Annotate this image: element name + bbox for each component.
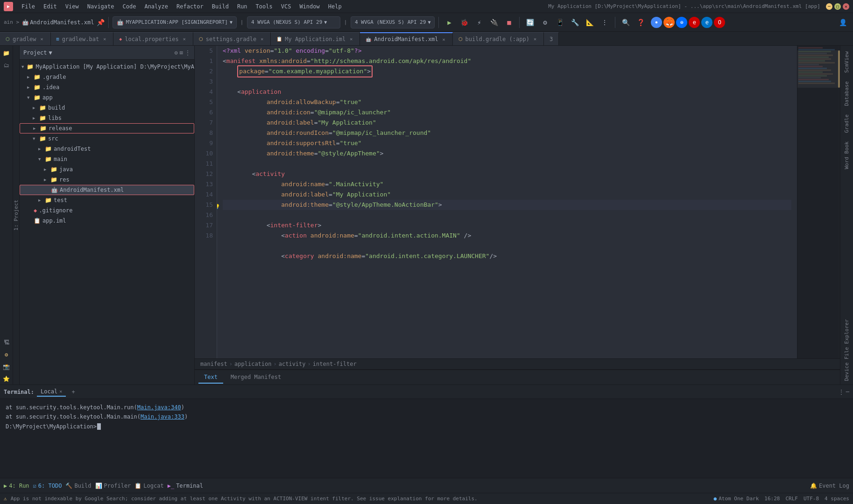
tab-bg-close[interactable]: ✕ [532, 36, 538, 42]
menu-build[interactable]: Build [208, 2, 233, 11]
tree-root[interactable]: ▼ 📁 MyApplication [My Application] D:\My… [20, 62, 194, 72]
bottom-tab-merged[interactable]: Merged Manifest [225, 371, 287, 384]
run-toolbar-logcat[interactable]: 📋 Logcat [134, 483, 163, 489]
breadcrumb-activity[interactable]: activity [279, 361, 306, 367]
tab-my-application-iml[interactable]: 📋 My Application.iml ✕ [271, 32, 360, 45]
tab-lp-close[interactable]: ✕ [182, 36, 187, 42]
menu-window[interactable]: Window [296, 2, 323, 11]
tab-more[interactable]: 3 [544, 32, 559, 45]
panel-device-explorer[interactable]: Device File Explorer [842, 315, 852, 385]
tab-gradlew-close[interactable]: ✕ [39, 36, 45, 42]
captures-icon[interactable]: 📸 [1, 361, 12, 372]
tab-build-gradle[interactable]: ⬡ build.gradle (:app) ✕ [453, 32, 544, 45]
terminal-local-close[interactable]: ✕ [59, 389, 62, 394]
tree-androidtest[interactable]: ▶ 📁 androidTest [20, 144, 194, 154]
minimize-button[interactable]: ─ [826, 3, 832, 10]
run-button[interactable]: ▶ [443, 16, 456, 29]
menu-navigate[interactable]: Navigate [84, 2, 118, 11]
tab-gradlew-bat[interactable]: ⊞ gradlew.bat ✕ [51, 32, 114, 45]
status-crlf[interactable]: CRLF [785, 496, 798, 502]
panel-wordbook[interactable]: Word Book [842, 138, 852, 173]
tree-gitignore[interactable]: ▶ ◆ .gitignore [20, 205, 194, 216]
breadcrumb-intent-filter[interactable]: intent-filter [313, 361, 357, 367]
panel-cog-icon[interactable]: ⚙ [175, 49, 178, 56]
ie-icon[interactable]: e [701, 17, 712, 28]
ie-edge-icon[interactable]: e [689, 17, 700, 28]
tree-app-iml[interactable]: ▶ 📋 app.iml [20, 216, 194, 226]
project-dropdown[interactable]: Project ▼ [23, 49, 52, 56]
menu-tools[interactable]: Tools [252, 2, 276, 11]
debug-button[interactable]: 🐞 [458, 16, 471, 29]
search-button[interactable]: 🔍 [619, 16, 632, 29]
tree-release[interactable]: ▶ 📁 release [20, 123, 194, 133]
panel-layout-icon[interactable]: ⊞ [180, 49, 183, 56]
sdk-button[interactable]: 🔧 [568, 16, 581, 29]
menu-view[interactable]: View [62, 2, 83, 11]
tree-idea[interactable]: ▶ 📁 .idea [20, 82, 194, 92]
status-encoding[interactable]: UTF-8 [804, 496, 819, 502]
project-icon[interactable]: 📁 [1, 48, 12, 59]
tree-libs[interactable]: ▶ 📁 libs [20, 113, 194, 123]
tree-build[interactable]: ▶ 📁 build [20, 103, 194, 113]
menu-vcs[interactable]: VCS [277, 2, 295, 11]
breadcrumb-application[interactable]: application [234, 361, 271, 367]
settings-button[interactable]: ⚙ [538, 16, 551, 29]
terminal-menu-icon[interactable]: ⋮ [839, 389, 844, 395]
tab-iml-close[interactable]: ✕ [348, 36, 354, 42]
api-selector[interactable]: 4 WVGA (NEXUS S) API 29 ▼ [351, 16, 435, 28]
safari-icon[interactable]: ⊕ [676, 17, 687, 28]
tree-main[interactable]: ▼ 📁 main [20, 154, 194, 164]
panel-gear-icon[interactable]: ⋮ [185, 49, 190, 56]
more-tools-button[interactable]: ⋮ [598, 16, 611, 29]
bottom-tab-text[interactable]: Text [198, 371, 223, 384]
attach-debugger-button[interactable]: 🔌 [487, 16, 501, 29]
menu-file[interactable]: File [18, 2, 39, 11]
run-toolbar-profiler[interactable]: 📊 Profiler [95, 483, 131, 489]
structure-icon[interactable]: 🏗 [1, 337, 12, 348]
chrome-icon[interactable] [651, 17, 662, 28]
sync-button[interactable]: 🔄 [523, 16, 536, 29]
terminal-minimize-icon[interactable]: ─ [846, 389, 849, 395]
status-line-col[interactable]: 16:28 [764, 496, 780, 502]
terminal-add-tab[interactable]: + [69, 387, 78, 397]
panel-gradle[interactable]: Gradle [842, 111, 852, 137]
help-button[interactable]: ❓ [634, 16, 647, 29]
code-content[interactable]: <?xml version="1.0" encoding="utf-8"?> <… [217, 46, 797, 358]
stop-button[interactable]: ■ [502, 16, 515, 29]
run-toolbar-todo[interactable]: ☑ 6: TODO [33, 483, 62, 489]
avd-button[interactable]: 📱 [553, 16, 566, 29]
opera-icon[interactable]: O [714, 17, 725, 28]
tab-gradlew-bat-close[interactable]: ✕ [102, 36, 107, 42]
menu-edit[interactable]: Edit [40, 2, 61, 11]
tab-local-properties[interactable]: ◆ local.properties ✕ [113, 32, 193, 45]
tree-res[interactable]: ▶ 📁 res [20, 175, 194, 185]
terminal-link-2[interactable]: Main.java:333 [141, 413, 184, 420]
menu-refactor[interactable]: Refactor [173, 2, 207, 11]
tab-settings-gradle[interactable]: ⬡ settings.gradle ✕ [193, 32, 271, 45]
menu-help[interactable]: Help [324, 2, 345, 11]
terminal-link-1[interactable]: Main.java:340 [137, 404, 181, 411]
tree-gradle[interactable]: ▶ 📁 .gradle [20, 72, 194, 82]
tree-app[interactable]: ▼ 📁 app [20, 92, 194, 103]
resource-manager-icon[interactable]: 🗂 [1, 60, 12, 71]
layout-inspector-button[interactable]: 📐 [583, 16, 596, 29]
device-selector[interactable]: 4 WVGA (NEXUS S) API 29 ▼ [247, 16, 340, 28]
run-config-selector[interactable]: 🤖 MYAPPLICATION:APP [SIGNINGREPORT] ▼ [113, 16, 237, 28]
tree-java[interactable]: ▶ 📁 java [20, 164, 194, 175]
close-button[interactable]: ✕ [843, 3, 849, 10]
tab-sg-close[interactable]: ✕ [259, 36, 265, 42]
favorites-icon[interactable]: ⭐ [1, 373, 12, 385]
tree-android-manifest[interactable]: ▶ 🤖 AndroidManifest.xml [20, 185, 194, 195]
terminal-tab-local[interactable]: Local ✕ [37, 387, 66, 397]
tab-am-close[interactable]: ✕ [441, 36, 447, 42]
menu-run[interactable]: Run [233, 2, 251, 11]
panel-scmview[interactable]: ScmView [842, 48, 852, 77]
tab-android-manifest[interactable]: 🤖 AndroidManifest.xml ✕ [360, 32, 452, 45]
breadcrumb-manifest[interactable]: manifest [200, 361, 227, 367]
gutter-bulb-16[interactable]: 💡 [217, 202, 220, 212]
run-toolbar-terminal[interactable]: ▶_ Terminal [168, 483, 203, 489]
status-indent[interactable]: 4 spaces [825, 496, 849, 502]
firefox-icon[interactable]: 🦊 [663, 17, 675, 28]
panel-database[interactable]: Database [842, 77, 852, 110]
run-toolbar-run[interactable]: ▶ 4: Run [4, 483, 29, 489]
